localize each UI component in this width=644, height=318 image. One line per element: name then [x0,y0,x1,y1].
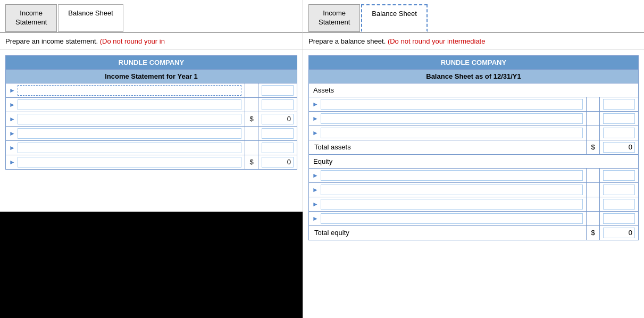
table-row: ► [309,111,639,125]
asset3-amount-input[interactable] [603,128,635,138]
equity3-label-input[interactable] [321,199,583,210]
equity2-amount-input[interactable] [603,185,635,195]
table-title-left: Income Statement for Year 1 [6,69,297,83]
total-equity-input[interactable] [603,228,635,238]
right-tab-income[interactable]: IncomeStatement [308,4,360,32]
row5-amount-input[interactable] [262,143,294,153]
total-equity-label: Total equity [314,229,349,237]
row1-amount [258,83,297,97]
table-row: ► [309,211,639,225]
equity2-dollar [587,182,600,197]
row2-amount-input[interactable] [262,99,294,110]
arrow-icon: ► [312,115,319,122]
equity2-amount [600,182,639,197]
row4-amount-input[interactable] [262,128,294,139]
arrow-icon: ► [9,115,15,123]
total-equity-amount [600,225,639,240]
left-tab-balance[interactable]: Balance Sheet [58,4,123,32]
balance-sheet-table: RUNDLE COMPANY Balance Sheet as of 12/31… [308,55,639,240]
asset2-label-input[interactable] [321,113,583,124]
row6-amount-input[interactable] [262,157,294,168]
table-title-row-right: Balance Sheet as of 12/31/Y1 [309,69,639,83]
asset3-label-cell: ► [309,125,587,140]
total-equity-row: Total equity $ [309,225,639,240]
equity1-label-input[interactable] [321,170,583,181]
table-row: ► [6,126,297,140]
arrow-icon: ► [312,186,319,194]
row3-amount [258,112,297,126]
equity4-dollar [587,211,600,225]
equity3-amount [600,197,639,211]
row6-label-input[interactable] [18,157,241,168]
right-tab-balance[interactable]: Balance Sheet [361,4,428,32]
equity3-dollar [587,197,600,211]
assets-section-row: Assets [309,83,639,97]
asset2-amount [600,111,639,125]
row2-label-input[interactable] [18,99,241,110]
asset2-dollar [587,111,600,125]
row3-amount-input[interactable] [262,114,294,124]
row2-dollar [245,97,258,112]
left-instruction: Prepare an income statement. (Do not rou… [0,33,303,50]
row2-amount [258,97,297,112]
total-assets-row: Total assets $ [309,140,639,154]
asset3-label-input[interactable] [321,128,583,138]
table-row: ► [309,97,639,111]
arrow-icon: ► [9,130,15,137]
arrow-icon: ► [9,144,15,152]
equity3-label-cell: ► [309,197,587,211]
equity2-label-input[interactable] [321,185,583,195]
table-row: ► [6,83,297,97]
row1-amount-input[interactable] [262,85,294,96]
equity1-amount-input[interactable] [603,170,635,181]
row1-label-input[interactable] [18,85,241,96]
row5-label-cell: ► [6,140,245,155]
total-assets-amount [600,140,639,154]
company-name-left: RUNDLE COMPANY [6,55,297,69]
right-instruction: Prepare a balance sheet. (Do not round y… [303,33,644,50]
table-row: ► [309,168,639,182]
row6-amount [258,155,297,169]
row3-label-input[interactable] [18,114,241,124]
row4-label-input[interactable] [18,128,241,139]
row5-label-input[interactable] [18,143,241,153]
left-tabs: IncomeStatement Balance Sheet [0,0,303,33]
total-equity-dollar: $ [587,225,600,240]
row5-dollar [245,140,258,155]
arrow-icon: ► [312,129,319,137]
asset2-amount-input[interactable] [603,113,635,124]
table-row: ► [6,97,297,112]
arrow-icon: ► [312,200,319,208]
row4-dollar [245,126,258,140]
income-statement-table: RUNDLE COMPANY Income Statement for Year… [5,55,297,170]
row6-label-cell: ► [6,155,245,169]
equity4-amount [600,211,639,225]
arrow-icon: ► [9,87,15,94]
arrow-icon: ► [9,101,15,108]
equity4-label-input[interactable] [321,213,583,224]
left-black-area [0,212,303,318]
company-name-right: RUNDLE COMPANY [309,55,639,69]
equity4-label-cell: ► [309,211,587,225]
equity3-amount-input[interactable] [603,199,635,210]
arrow-icon: ► [9,158,15,166]
assets-label: Assets [309,83,639,97]
table-row: ► [309,182,639,197]
asset1-label-input[interactable] [321,99,583,110]
company-header-row-right: RUNDLE COMPANY [309,55,639,69]
total-assets-label: Total assets [314,143,351,151]
left-table-container: RUNDLE COMPANY Income Statement for Year… [0,50,303,212]
arrow-icon: ► [312,101,319,108]
asset1-amount [600,97,639,111]
row2-label-cell: ► [6,97,245,112]
equity4-amount-input[interactable] [603,213,635,224]
equity1-amount [600,168,639,182]
table-row: ► [309,125,639,140]
table-row: ► [309,197,639,211]
left-tab-income[interactable]: IncomeStatement [5,4,57,32]
asset3-dollar [587,125,600,140]
total-assets-dollar: $ [587,140,600,154]
row4-amount [258,126,297,140]
total-assets-input[interactable] [603,142,635,153]
asset1-amount-input[interactable] [603,99,635,110]
